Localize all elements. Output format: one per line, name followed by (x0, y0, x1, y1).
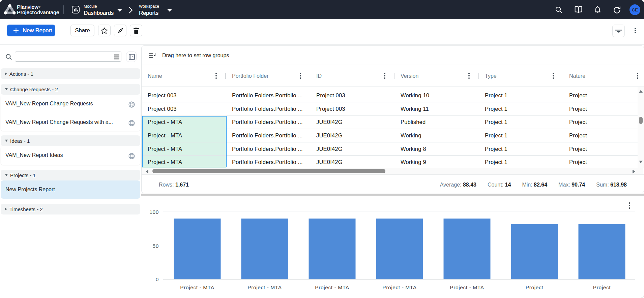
svg-text:Project: Project (526, 285, 544, 290)
svg-text:100: 100 (149, 209, 159, 215)
svg-text:Project - MTA: Project - MTA (180, 285, 214, 290)
svg-text:0: 0 (156, 276, 159, 282)
svg-text:Project - MTA: Project - MTA (382, 285, 416, 290)
svg-text:Project: Project (593, 285, 611, 290)
svg-text:Project - MTA: Project - MTA (247, 285, 282, 290)
svg-text:50: 50 (153, 243, 159, 249)
svg-text:Project - MTA: Project - MTA (450, 285, 484, 290)
svg-text:Project - MTA: Project - MTA (315, 285, 349, 290)
